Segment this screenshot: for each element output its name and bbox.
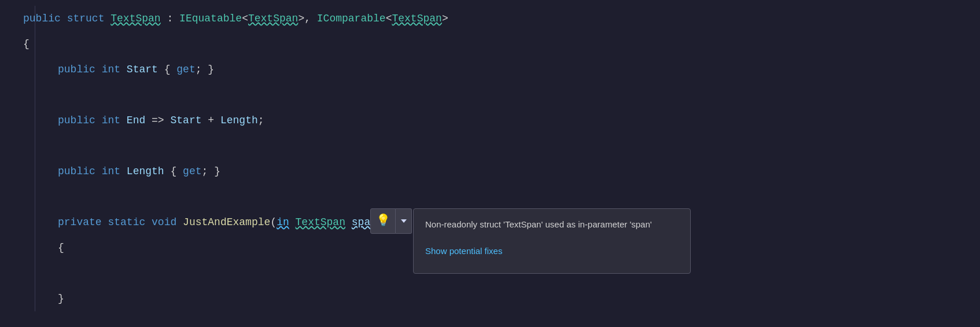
semi-2: ; <box>258 108 264 133</box>
show-potential-fixes-link[interactable]: Show potential fixes <box>425 238 679 264</box>
keyword-get-1: get <box>176 57 195 82</box>
colon: : <box>167 6 173 31</box>
keyword-private: private <box>58 210 102 235</box>
lightbulb-icon: 💡 <box>376 208 390 234</box>
chevron-down-icon <box>401 219 407 223</box>
type-textspan-generic1[interactable]: TextSpan <box>248 6 298 31</box>
angle-open: < <box>242 6 248 31</box>
keyword-public-4: public <box>58 159 95 184</box>
method-justexample: JustAndExample <box>183 210 270 235</box>
brace-open-1: { <box>164 57 171 82</box>
brace-close-2: } <box>214 159 220 184</box>
type-textspan-generic2[interactable]: TextSpan <box>392 6 441 31</box>
plus: + <box>208 108 214 133</box>
code-editor: public struct TextSpan : IEquatable<Text… <box>0 0 980 317</box>
paren-open: ( <box>270 210 277 235</box>
semi-1: ; <box>196 57 202 82</box>
code-line-8 <box>0 184 980 210</box>
semi-3: ; <box>202 159 208 184</box>
iface-iequatable: IEquatable <box>179 6 242 31</box>
type-textspan-param[interactable]: TextSpan <box>296 210 345 235</box>
keyword-int-2: int <box>102 108 120 133</box>
angle-close: > <box>298 6 304 31</box>
keyword-static: static <box>108 210 145 235</box>
angle-close2: > <box>442 6 448 31</box>
lightbulb-button[interactable]: 💡 <box>370 208 396 234</box>
code-line-2: { <box>0 31 980 57</box>
type-textspan[interactable]: TextSpan <box>110 6 160 31</box>
arrow: => <box>152 108 164 133</box>
keyword-public-3: public <box>58 108 95 133</box>
keyword-get-2: get <box>183 159 201 184</box>
prop-start: Start <box>127 57 158 82</box>
brace-close-1: } <box>208 57 214 82</box>
code-line-3: public int Start { get; } <box>0 57 980 82</box>
brace-open-2: { <box>170 159 176 184</box>
lightbulb-dropdown-button[interactable] <box>396 208 412 234</box>
tooltip-message: Non-readonly struct 'TextSpan' used as i… <box>425 218 679 230</box>
prop-end: End <box>127 108 145 133</box>
code-line-12: } <box>0 286 980 311</box>
iface-icomparable: IComparable <box>317 6 386 31</box>
ref-length: Length <box>220 108 258 133</box>
keyword-void: void <box>152 210 176 235</box>
keyword-public: public <box>23 6 61 31</box>
code-line-5: public int End => Start + Length; <box>0 108 980 133</box>
keyword-int-1: int <box>102 57 120 82</box>
angle-open2: < <box>386 6 392 31</box>
code-line-6 <box>0 133 980 159</box>
keyword-int-3: int <box>102 159 120 184</box>
code-line-4 <box>0 82 980 108</box>
keyword-in: in <box>277 210 289 235</box>
tooltip-popup: Non-readonly struct 'TextSpan' used as i… <box>413 208 691 274</box>
ref-start: Start <box>170 108 201 133</box>
keyword-struct: struct <box>67 6 105 31</box>
keyword-public-2: public <box>58 57 95 82</box>
prop-length: Length <box>127 159 164 184</box>
open-brace-class: { <box>23 31 30 57</box>
code-line-7: public int Length { get; } <box>0 159 980 184</box>
tooltip-container: 💡 Non-readonly struct 'TextSpan' used as… <box>370 208 412 234</box>
comma: , <box>304 6 311 31</box>
close-brace-method: } <box>58 286 64 311</box>
open-brace-method: { <box>58 235 64 260</box>
code-line-1: public struct TextSpan : IEquatable<Text… <box>0 6 980 31</box>
